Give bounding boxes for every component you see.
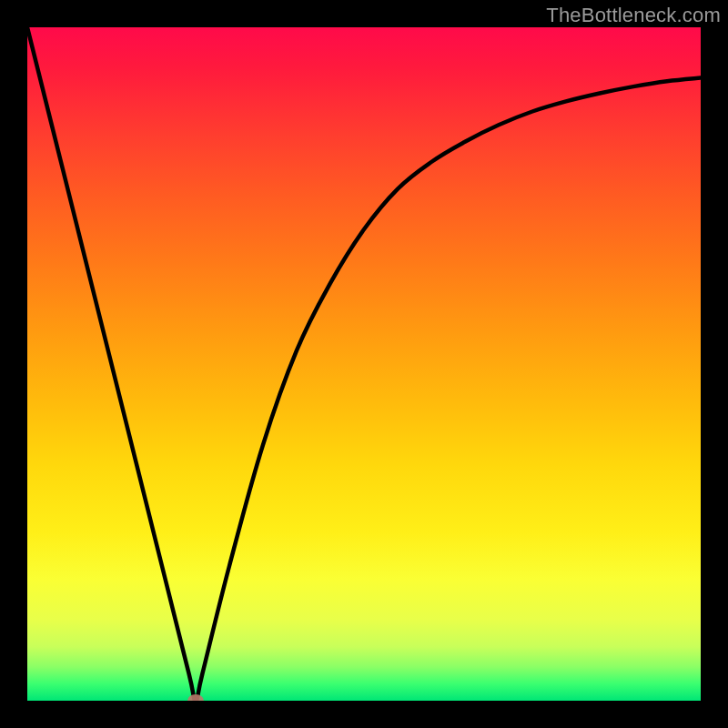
curve-layer	[27, 27, 701, 701]
plot-area	[27, 27, 701, 701]
watermark-label: TheBottleneck.com	[546, 4, 721, 27]
bottleneck-curve	[27, 27, 701, 701]
chart-frame: TheBottleneck.com	[0, 0, 728, 728]
minimum-marker	[187, 694, 204, 701]
